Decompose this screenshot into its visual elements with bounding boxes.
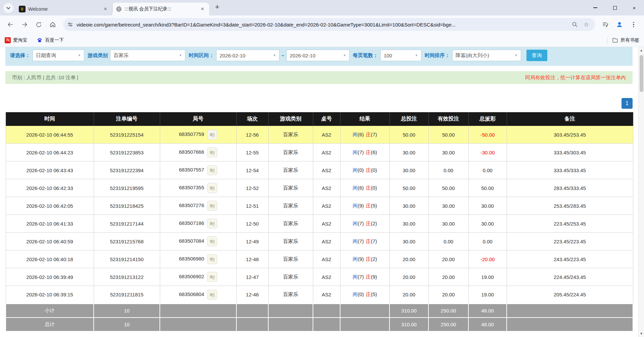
- bookmark-baidu[interactable]: 百度一下: [37, 37, 64, 43]
- total-bet-link[interactable]: 30.00: [389, 215, 428, 233]
- close-tab-icon[interactable]: ×: [102, 6, 109, 12]
- total-bet-link[interactable]: 50.00: [389, 179, 428, 197]
- browser-menu-button[interactable]: [628, 19, 639, 30]
- dropdown-arrow-icon: ▼: [340, 54, 346, 57]
- page-button-1[interactable]: 1: [622, 98, 633, 109]
- date-start-select[interactable]: 2026-02-10 ▼: [216, 50, 279, 61]
- page-scrollbar[interactable]: ▲ ▼: [638, 47, 644, 337]
- browser-tab-bar: ♛ Welcome × :::视讯 会员下注纪录::: × + ×: [0, 0, 644, 15]
- video-replay-icon[interactable]: [207, 290, 217, 300]
- game-kind-value: 百家乐: [113, 52, 129, 59]
- column-header: 注单编号: [94, 112, 160, 126]
- remark: 223.45/253.45: [507, 215, 633, 233]
- scrollbar-thumb[interactable]: [640, 55, 643, 92]
- table-no: AS2: [313, 197, 340, 215]
- result-player-label: 闲: [353, 167, 358, 173]
- footer-cell-empty: [340, 304, 389, 318]
- time-range-label: 时间区间：: [189, 52, 214, 59]
- folder-icon: [612, 37, 618, 43]
- close-window-button[interactable]: ×: [625, 0, 644, 15]
- profile-avatar[interactable]: [614, 19, 625, 30]
- result-player-score: (0): [358, 167, 364, 173]
- total-bet-link[interactable]: 20.00: [389, 286, 428, 304]
- bookmark-label: 爱淘宝: [13, 37, 27, 43]
- search-button[interactable]: 查询: [526, 50, 547, 61]
- payout: 30.00: [468, 215, 507, 233]
- scroll-down-icon[interactable]: ▼: [639, 332, 644, 335]
- date-end-select[interactable]: 2026-02-10 ▼: [286, 50, 350, 61]
- game-kind-select[interactable]: 百家乐 ▼: [110, 50, 185, 61]
- per-page-select[interactable]: 100 ▼: [380, 50, 421, 61]
- result-player-score: (0): [358, 291, 364, 297]
- payout: 50.00: [468, 179, 507, 197]
- per-page-label: 每页笔数：: [353, 52, 378, 59]
- total-bet-link[interactable]: 20.00: [389, 250, 428, 268]
- video-replay-icon[interactable]: [207, 272, 217, 282]
- round-cell: 683507084: [160, 233, 236, 250]
- minimize-button[interactable]: [586, 0, 605, 15]
- back-button[interactable]: [4, 18, 16, 31]
- media-control-button[interactable]: [600, 19, 611, 30]
- session-no: 12-46: [236, 286, 268, 304]
- result-player-score: (6): [358, 132, 364, 137]
- video-replay-icon[interactable]: [207, 201, 217, 211]
- total-bet-link[interactable]: 50.00: [389, 126, 428, 144]
- site-info-icon[interactable]: [67, 21, 73, 28]
- home-button[interactable]: [47, 18, 59, 31]
- result-player-score: (6): [358, 185, 364, 191]
- total-bet-link[interactable]: 30.00: [389, 233, 428, 250]
- video-replay-icon[interactable]: [207, 130, 217, 140]
- remark: 303.45/253.45: [507, 126, 633, 144]
- zoom-button[interactable]: [570, 20, 580, 29]
- total-bet-link[interactable]: 30.00: [389, 161, 428, 179]
- video-replay-icon[interactable]: [207, 254, 217, 264]
- url-bar[interactable]: videoie.com/game/betrecord_search/kind3?…: [63, 18, 595, 31]
- bookmark-aitaobao[interactable]: 淘 爱淘宝: [5, 37, 27, 43]
- sort-select[interactable]: 降冪(由大到小) ▼: [452, 50, 521, 61]
- bet-id: 523191218425: [94, 197, 160, 215]
- video-replay-icon[interactable]: [207, 147, 217, 157]
- scroll-up-icon[interactable]: ▲: [639, 49, 644, 52]
- url-text[interactable]: videoie.com/game/betrecord_search/kind3?…: [77, 22, 568, 28]
- result-banker-score: (2): [371, 256, 377, 262]
- result-player-score: (7): [358, 274, 364, 280]
- tab-welcome[interactable]: ♛ Welcome ×: [15, 3, 112, 15]
- valid-bet: 50.00: [428, 179, 468, 197]
- total-bet-link[interactable]: 30.00: [389, 144, 428, 161]
- footer-cell-empty: [268, 318, 313, 331]
- video-replay-icon[interactable]: [207, 219, 217, 229]
- new-tab-button[interactable]: +: [213, 3, 222, 12]
- video-replay-icon[interactable]: [207, 165, 217, 175]
- summary-bar: 币别 : 人民币 | 总共 :10 注单 | 同局有效投注，统一计算在该局第一张…: [5, 71, 633, 84]
- result-player-label: 闲: [353, 149, 358, 155]
- game-kind: 百家乐: [268, 250, 313, 268]
- round-id: 683507557: [179, 167, 204, 173]
- payout: 19.00: [468, 286, 507, 304]
- tab-bet-records[interactable]: :::视讯 会员下注纪录::: ×: [112, 3, 209, 15]
- bookmark-star-icon[interactable]: ☆: [582, 20, 591, 29]
- total-bet-link[interactable]: 30.00: [389, 197, 428, 215]
- round-cell: 683507759: [160, 126, 236, 144]
- welcome-favicon-icon: ♛: [19, 6, 26, 12]
- video-replay-icon[interactable]: [207, 183, 217, 193]
- all-bookmarks-button[interactable]: 所有书签: [607, 37, 639, 44]
- query-type-select[interactable]: 日期查询 ▼: [33, 50, 84, 61]
- footer-cell-empty: [160, 304, 236, 318]
- total-bet-link[interactable]: 20.00: [389, 268, 428, 286]
- forward-button[interactable]: [18, 18, 31, 31]
- bet-time: 2026-02-10 06:44:55: [6, 126, 94, 144]
- browser-toolbar: videoie.com/game/betrecord_search/kind3?…: [0, 15, 644, 34]
- result-player-label: 闲: [353, 221, 358, 226]
- round-cell: 683507186: [160, 215, 236, 233]
- game-kind: 百家乐: [268, 197, 313, 215]
- valid-bet: 20.00: [428, 286, 468, 304]
- refresh-button[interactable]: [33, 18, 45, 31]
- round-id: 683507666: [179, 149, 204, 155]
- close-tab-icon[interactable]: ×: [199, 6, 206, 12]
- pagination-top: 1: [5, 98, 633, 109]
- maximize-button[interactable]: [605, 0, 625, 15]
- result-banker-label: 庄: [366, 221, 371, 226]
- video-replay-icon[interactable]: [207, 236, 217, 246]
- session-no: 12-51: [236, 197, 268, 215]
- tab-search-button[interactable]: [3, 3, 13, 13]
